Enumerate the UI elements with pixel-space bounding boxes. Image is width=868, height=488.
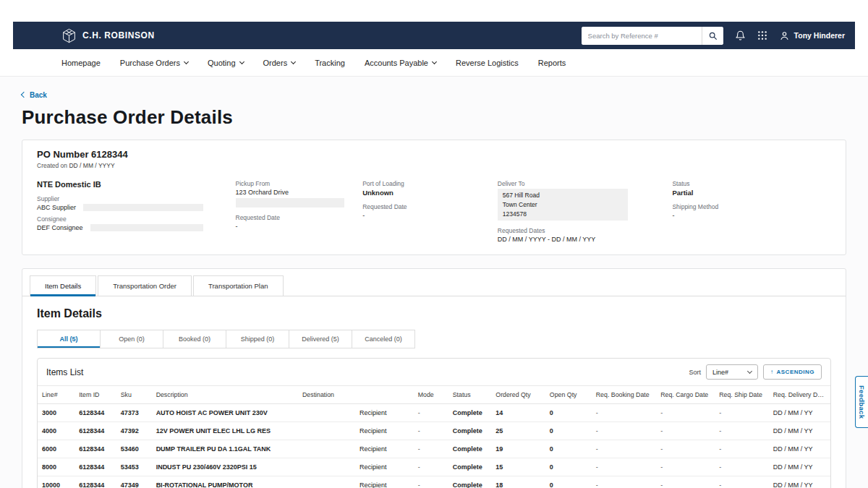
table-cell: -	[715, 404, 769, 422]
table-cell: 53453	[116, 458, 152, 476]
po-created-label: Created on	[37, 162, 67, 169]
table-cell: Complete	[448, 458, 492, 476]
requested-dates-label: Requested Dates	[498, 227, 663, 234]
table-cell: -	[715, 476, 769, 488]
back-link[interactable]: Back	[22, 91, 47, 99]
page-content: Back Purchase Order Details PO Number 61…	[0, 77, 868, 488]
table-cell: BI-ROTATIONAL PUMP/MOTOR	[152, 476, 298, 488]
table-row[interactable]: 6000612834453460DUMP TRAILER PU DA 1.1GA…	[38, 440, 830, 458]
placeholder-block	[236, 198, 344, 207]
port-requested-date-value: -	[362, 212, 488, 219]
table-cell: 25	[491, 422, 545, 440]
notifications-button[interactable]	[735, 30, 746, 41]
po-created-value: DD / MM / YYYY	[69, 162, 114, 169]
po-col-pickup: Pickup From 123 Orchard Drive Requested …	[236, 180, 363, 243]
sort-direction-button[interactable]: ↑ ASCENDING	[763, 364, 822, 380]
chevron-down-icon	[432, 59, 437, 64]
table-cell: Recipient	[298, 440, 414, 458]
deliver-to-label: Deliver To	[498, 180, 663, 187]
filter-tab-delivered[interactable]: Delivered (5)	[289, 330, 352, 348]
main-nav: Homepage Purchase Orders Quoting Orders …	[0, 49, 868, 77]
nav-item-homepage[interactable]: Homepage	[61, 59, 101, 67]
filter-tab-booked[interactable]: Booked (0)	[163, 330, 226, 348]
supplier-value: ABC Supplier	[37, 204, 76, 211]
nav-item-orders[interactable]: Orders	[263, 59, 296, 67]
shipping-method-value: -	[672, 212, 821, 219]
filter-tab-all[interactable]: All (5)	[37, 330, 101, 348]
sort-select[interactable]: Line#	[706, 364, 758, 380]
search-input[interactable]	[582, 27, 702, 45]
search-button[interactable]	[702, 27, 723, 45]
items-table: Line#Item IDSkuDescriptionDestinationMod…	[38, 385, 830, 488]
deliver-to-address: 567 Hill Road Town Center 1234578	[498, 189, 628, 221]
nav-label: Accounts Payable	[365, 59, 428, 67]
table-cell: 10000	[38, 476, 75, 488]
chevron-down-icon	[291, 59, 296, 64]
table-row[interactable]: 3000612834447373AUTO HOIST AC POWER UNIT…	[38, 404, 830, 422]
table-cell: -	[592, 440, 656, 458]
nav-item-reports[interactable]: Reports	[538, 59, 566, 67]
sort-controls: Sort Line# ↑ ASCENDING	[689, 364, 822, 380]
table-cell: -	[656, 440, 715, 458]
table-cell: 15	[491, 458, 545, 476]
tab-body: Item Details All (5) Open (0) Booked (0)…	[22, 296, 846, 488]
filter-tab-open[interactable]: Open (0)	[100, 330, 163, 348]
column-header: Description	[152, 386, 298, 404]
section-heading: Item Details	[37, 307, 831, 320]
table-header-row: Line#Item IDSkuDescriptionDestinationMod…	[38, 386, 830, 404]
sort-select-value: Line#	[712, 369, 728, 376]
tab-item-details[interactable]: Item Details	[30, 275, 96, 296]
table-cell: AUTO HOIST AC POWER UNIT 230V	[152, 404, 298, 422]
table-row[interactable]: 400061283444739212V POWER UNIT ELEC LHL …	[38, 422, 830, 440]
table-cell: -	[656, 422, 715, 440]
pickup-from-value: 123 Orchard Drive	[236, 189, 353, 196]
user-menu[interactable]: Tony Hinderer	[779, 30, 845, 41]
table-cell: 47349	[116, 476, 152, 488]
shipping-method-label: Shipping Method	[672, 203, 821, 210]
table-cell: Recipient	[298, 404, 414, 422]
filter-tab-canceled[interactable]: Canceled (0)	[352, 330, 415, 348]
table-cell: -	[656, 476, 715, 488]
column-header: Req. Cargo Date	[656, 386, 715, 404]
filter-tab-shipped[interactable]: Shipped (0)	[226, 330, 289, 348]
po-number: PO Number 6128344	[37, 149, 831, 160]
status-value: Partial	[672, 189, 821, 197]
table-cell: INDUST PU 230/460V 2320PSI 15	[152, 458, 298, 476]
tab-transportation-plan[interactable]: Transportation Plan	[193, 275, 284, 296]
nav-item-purchase-orders[interactable]: Purchase Orders	[120, 59, 188, 67]
table-cell: 12V POWER UNIT ELEC LHL LG RES	[152, 422, 298, 440]
status-label: Status	[672, 180, 821, 187]
tab-transportation-order[interactable]: Transportation Order	[98, 275, 192, 296]
apps-grid-button[interactable]	[757, 30, 767, 40]
table-cell: 6128344	[75, 440, 116, 458]
arrow-up-icon: ↑	[770, 369, 774, 375]
consignee-label: Consignee	[37, 215, 226, 223]
nav-item-reverse-logistics[interactable]: Reverse Logistics	[456, 59, 519, 67]
top-margin	[0, 0, 868, 22]
order-type: NTE Domestic IB	[37, 180, 226, 189]
filter-tabs: All (5) Open (0) Booked (0) Shipped (0) …	[37, 330, 831, 348]
placeholder-block	[83, 204, 203, 211]
feedback-tab[interactable]: Feedback	[855, 376, 868, 428]
table-cell: -	[414, 404, 448, 422]
table-cell: 18	[491, 476, 545, 488]
table-row[interactable]: 10000612834447349BI-ROTATIONAL PUMP/MOTO…	[38, 476, 830, 488]
pickup-requested-date-value: -	[236, 223, 353, 230]
column-header: Destination	[298, 386, 414, 404]
nav-label: Reports	[538, 59, 566, 67]
nav-item-tracking[interactable]: Tracking	[315, 59, 345, 67]
placeholder-block	[90, 224, 203, 231]
table-cell: Recipient	[298, 476, 414, 488]
table-cell: DD / MM / YY	[769, 476, 830, 488]
table-cell: -	[715, 458, 769, 476]
brand[interactable]: C.H. ROBINSON	[61, 28, 155, 43]
nav-label: Quoting	[208, 59, 236, 67]
nav-item-accounts-payable[interactable]: Accounts Payable	[365, 59, 436, 67]
table-cell: 8000	[38, 458, 75, 476]
table-row[interactable]: 8000612834453453INDUST PU 230/460V 2320P…	[38, 458, 830, 476]
column-header: Status	[448, 386, 492, 404]
page-title: Purchase Order Details	[22, 106, 846, 129]
nav-item-quoting[interactable]: Quoting	[208, 59, 244, 67]
pickup-from-label: Pickup From	[236, 180, 353, 187]
table-cell: -	[656, 404, 715, 422]
